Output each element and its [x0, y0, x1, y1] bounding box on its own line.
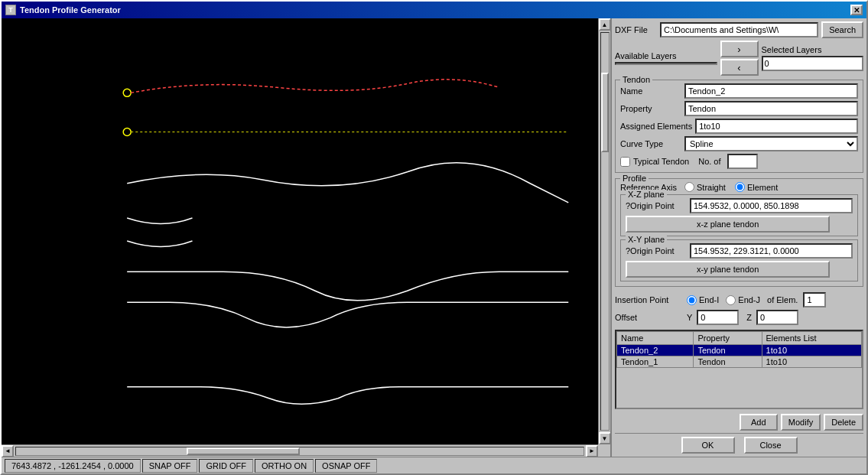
xy-origin-label: ?Origin Point: [626, 246, 687, 255]
selected-layers-list[interactable]: 0: [762, 56, 864, 71]
dxf-input[interactable]: [660, 22, 818, 37]
profile-section-label: Profile: [620, 174, 649, 183]
scroll-down-button[interactable]: ▼: [599, 432, 611, 444]
main-content: ▲ ▼ ◄ ►: [2, 18, 866, 457]
canvas-scrollbar-vertical[interactable]: ▲ ▼: [598, 18, 610, 444]
tendon-property-row: Property: [620, 101, 858, 116]
canvas-scrollbar-horizontal[interactable]: ◄ ►: [2, 444, 598, 457]
close-button-bottom[interactable]: Close: [744, 437, 798, 454]
no-of-label: No. of: [698, 157, 720, 166]
ortho-status[interactable]: ORTHO ON: [255, 459, 314, 473]
element-radio-label[interactable]: Element: [735, 182, 778, 192]
xy-plane-section: X-Y plane ?Origin Point x-y plane tendon: [620, 239, 858, 281]
typical-tendon-row: Typical Tendon No. of: [620, 154, 858, 169]
search-button[interactable]: Search: [821, 21, 863, 38]
snap-status[interactable]: SNAP OFF: [142, 459, 198, 473]
tendon-section-label: Tendon: [620, 75, 652, 84]
z-input[interactable]: [756, 310, 798, 325]
offset-label: Offset: [615, 313, 684, 322]
scroll-track-v: [600, 32, 610, 431]
scroll-up-button[interactable]: ▲: [599, 18, 611, 31]
tendon-elements-input[interactable]: [695, 119, 858, 134]
tendon-curvetype-select[interactable]: Spline Linear Parabolic: [684, 136, 858, 151]
scroll-left-button[interactable]: ◄: [2, 445, 14, 457]
typical-tendon-checkbox[interactable]: [620, 157, 630, 167]
typical-tendon-label: Typical Tendon: [633, 157, 689, 166]
dxf-label: DXF File: [615, 25, 657, 34]
status-bar: 7643.4872 , -1261.2454 , 0.0000 SNAP OFF…: [2, 457, 866, 473]
close-button[interactable]: ✕: [850, 5, 863, 15]
delete-button[interactable]: Delete: [824, 414, 863, 431]
available-layers-list[interactable]: [615, 62, 717, 65]
add-button[interactable]: Add: [740, 414, 778, 431]
tendon-elements-label: Assigned Elements: [620, 122, 692, 131]
osnap-status[interactable]: OSNAP OFF: [315, 459, 377, 473]
scroll-right-button[interactable]: ►: [586, 445, 598, 457]
grid-status[interactable]: GRID OFF: [199, 459, 253, 473]
window-title: Tendon Profile Generator: [20, 5, 121, 15]
table-buttons-row: Add Modify Delete: [615, 414, 863, 431]
dxf-file-row: DXF File Search: [615, 21, 863, 38]
offset-row: Offset Y Z: [615, 310, 863, 325]
modify-button[interactable]: Modify: [781, 414, 821, 431]
y-input[interactable]: [697, 310, 739, 325]
table-row[interactable]: Tendon_2Tendon1to10: [617, 345, 862, 356]
tendon-property-input[interactable]: [684, 101, 858, 116]
ok-close-row: OK Close: [615, 433, 863, 454]
xy-origin-row: ?Origin Point: [626, 243, 853, 259]
scroll-thumb-v[interactable]: [601, 73, 609, 152]
selected-layers-label: Selected Layers: [762, 45, 864, 54]
app-icon: T: [5, 5, 16, 15]
tendon-curvetype-row: Curve Type Spline Linear Parabolic: [620, 136, 858, 151]
element-label: Element: [747, 183, 778, 192]
straight-label: Straight: [697, 183, 726, 192]
no-of-input[interactable]: [727, 154, 758, 169]
xz-plane-section: X-Z plane ?Origin Point x-z plane tendon: [620, 194, 858, 236]
coordinates-display: 7643.4872 , -1261.2454 , 0.0000: [5, 459, 141, 473]
z-label: Z: [746, 313, 752, 322]
straight-radio[interactable]: [684, 182, 694, 192]
tendon-curvetype-label: Curve Type: [620, 139, 681, 148]
end-j-radio[interactable]: [726, 295, 736, 305]
canvas-viewport[interactable]: [2, 18, 598, 444]
xz-origin-input[interactable]: [690, 198, 853, 213]
xz-btn-row: x-z plane tendon: [626, 216, 853, 233]
col-elements-header: Elements List: [762, 332, 861, 345]
canvas-area: ▲ ▼ ◄ ►: [2, 18, 610, 457]
element-radio[interactable]: [735, 182, 745, 192]
svg-point-0: [123, 89, 131, 96]
straight-radio-label[interactable]: Straight: [684, 182, 726, 192]
tendon-table-container[interactable]: Name Property Elements List Tendon_2Tend…: [615, 330, 863, 409]
tendon-name-row: Name: [620, 83, 858, 99]
xz-origin-row: ?Origin Point: [626, 198, 853, 213]
tendon-table: Name Property Elements List Tendon_2Tend…: [616, 331, 862, 368]
xy-btn-row: x-y plane tendon: [626, 261, 853, 278]
profile-section: Profile Reference Axis Straight Element …: [615, 178, 863, 287]
end-i-label[interactable]: End-I: [687, 295, 719, 305]
main-window: T Tendon Profile Generator ✕: [0, 0, 868, 475]
available-layers-label: Available Layers: [615, 51, 717, 60]
y-label: Y: [687, 313, 692, 322]
xz-plane-label: X-Z plane: [626, 190, 667, 199]
ok-button[interactable]: OK: [681, 437, 735, 454]
table-row[interactable]: Tendon_1Tendon1to10: [617, 356, 862, 368]
layer-remove-button[interactable]: ‹: [720, 59, 759, 76]
insertion-point-row: Insertion Point End-I End-J of Elem.: [615, 292, 863, 307]
layer-transfer-buttons: › ‹: [720, 41, 759, 76]
layer-add-button[interactable]: ›: [720, 41, 759, 57]
end-i-radio[interactable]: [687, 295, 697, 305]
layers-section: Available Layers › ‹ Selected Layers 0: [615, 41, 863, 76]
insertion-point-label: Insertion Point: [615, 295, 684, 304]
col-property-header: Property: [694, 332, 762, 345]
of-elem-input[interactable]: [803, 292, 826, 307]
tendon-name-input[interactable]: [684, 83, 858, 99]
canvas-svg: [2, 18, 598, 444]
xy-origin-input[interactable]: [690, 243, 853, 259]
right-panel: DXF File Search Available Layers › ‹ Sel…: [610, 18, 866, 457]
end-j-label[interactable]: End-J: [726, 295, 760, 305]
scroll-thumb-h[interactable]: [187, 447, 300, 455]
xy-plane-btn[interactable]: x-y plane tendon: [626, 261, 830, 278]
tendon-section: Tendon Name Property Assigned Elements C…: [615, 80, 863, 173]
xz-plane-btn[interactable]: x-z plane tendon: [626, 216, 830, 233]
tendon-property-label: Property: [620, 104, 681, 113]
